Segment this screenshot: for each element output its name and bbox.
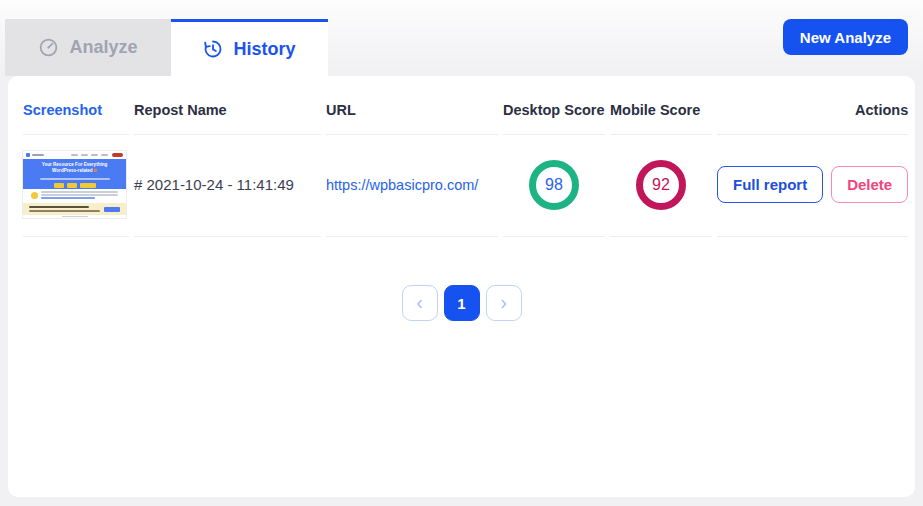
table-row-url-cell: https://wpbasicpro.com/ [326,135,498,237]
history-icon [203,39,223,59]
history-table: Screenshot Repost Name URL Desktop Score… [23,100,900,237]
repost-name: # 2021-10-24 - 11:41:49 [134,176,294,193]
tab-analyze[interactable]: Analyze [5,19,171,76]
desktop-score-ring: 98 [529,160,579,210]
gauge-icon [38,37,59,58]
column-header-repost-name: Repost Name [134,100,321,135]
mobile-score-ring: 92 [636,160,686,210]
tab-analyze-label: Analyze [69,37,137,58]
pagination-page-1-button[interactable]: 1 [444,285,480,321]
column-header-desktop-score: Desktop Score [503,100,605,135]
page: { "tabs": { "analyze": "Analyze", "histo… [0,0,923,506]
tab-history-label: History [233,39,295,60]
column-header-screenshot: Screenshot [23,100,129,135]
table-row-actions-cell: Full report Delete [717,135,908,237]
thumb-body [23,189,126,203]
desktop-score-value: 98 [545,176,563,194]
website-screenshot-thumbnail: Your Resource For Everything WordPress-r… [23,151,126,218]
tab-history[interactable]: History [171,19,328,76]
table-row-desktop-score-cell: 98 [503,135,605,237]
table-row-screenshot-cell: Your Resource For Everything WordPress-r… [23,135,129,237]
delete-button[interactable]: Delete [831,166,908,203]
thumb-hero: Your Resource For Everything WordPress-r… [23,159,126,189]
column-header-actions: Actions [717,100,908,135]
pagination-prev-button[interactable]: ‹ [402,285,438,321]
table-row-mobile-score-cell: 92 [610,135,712,237]
thumb-hero-line2: WordPress-related [52,168,92,173]
history-card: Screenshot Repost Name URL Desktop Score… [8,76,915,497]
table-row-repost-name-cell: # 2021-10-24 - 11:41:49 [134,135,321,237]
full-report-button[interactable]: Full report [717,166,823,203]
url-link[interactable]: https://wpbasicpro.com/ [326,177,478,193]
thumb-cta-band [23,203,126,215]
new-analyze-button[interactable]: New Analyze [783,19,908,55]
column-header-mobile-score: Mobile Score [610,100,712,135]
pagination-next-button[interactable]: › [486,285,522,321]
pagination: ‹ 1 › [8,285,915,321]
column-header-url: URL [326,100,498,135]
thumb-nav-bar [23,151,126,159]
mobile-score-value: 92 [652,176,670,194]
